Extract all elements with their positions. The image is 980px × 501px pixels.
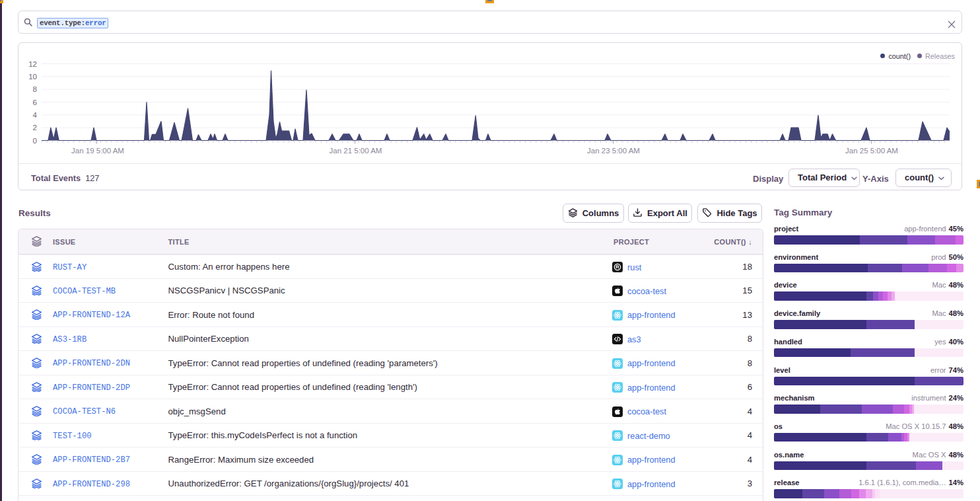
svg-text:Jan 23 5:00 AM: Jan 23 5:00 AM (587, 147, 640, 155)
svg-text:10: 10 (28, 73, 37, 81)
svg-text:Jan 19 5:00 AM: Jan 19 5:00 AM (71, 147, 124, 155)
svg-text:6: 6 (33, 98, 37, 106)
svg-text:8: 8 (33, 85, 37, 93)
svg-text:12: 12 (28, 60, 37, 68)
svg-text:Jan 21 5:00 AM: Jan 21 5:00 AM (330, 147, 382, 155)
svg-text:0: 0 (33, 137, 37, 145)
svg-text:Jan 25 5:00 AM: Jan 25 5:00 AM (845, 147, 898, 155)
svg-text:2: 2 (33, 124, 37, 132)
svg-text:4: 4 (33, 111, 38, 119)
